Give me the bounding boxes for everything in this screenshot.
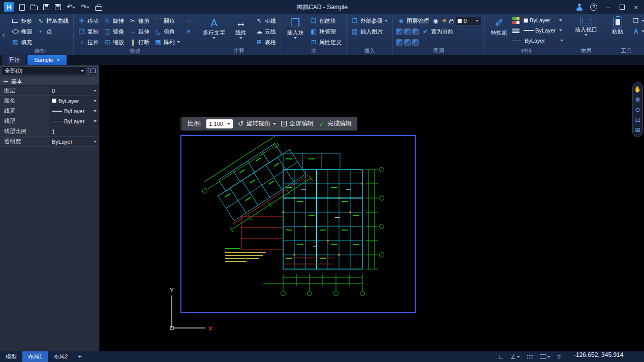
erase-button[interactable]: ▱ <box>183 16 194 26</box>
fillet-button[interactable]: ⌒圆角 <box>153 16 181 26</box>
polar-tracking-icon[interactable]: ∠ <box>510 354 520 360</box>
layer-value-dropdown[interactable]: 0 <box>49 86 99 95</box>
tab-sample[interactable]: Sample × <box>27 55 67 65</box>
zoom-window-icon[interactable]: ⊡ <box>635 117 640 123</box>
pan-icon[interactable]: ✋ <box>634 86 641 92</box>
array-button[interactable]: ▦阵列 <box>153 37 181 47</box>
block-manager-icon: ◧ <box>310 28 317 35</box>
block-manager-button[interactable]: ◧块管理 <box>309 26 343 37</box>
open-file-icon[interactable] <box>30 6 38 10</box>
linear-dimension-button[interactable]: ↔ 线性 <box>230 16 252 40</box>
insert-image-button[interactable]: ▤插入图片 <box>350 26 389 37</box>
break-button[interactable]: ∥打断 <box>128 37 151 47</box>
layer-manager-button[interactable]: ◈图层管理 <box>396 16 431 26</box>
paste-button[interactable]: 粘贴 <box>606 16 629 37</box>
caret-icon <box>641 20 644 22</box>
tab-model[interactable]: 模型 <box>0 351 22 362</box>
snap-grid-icon[interactable] <box>527 354 533 359</box>
osnap-icon[interactable]: ∟ <box>498 354 504 360</box>
linetype-scale-field[interactable]: 1 <box>49 126 99 136</box>
create-block-button[interactable]: ❏创建块 <box>309 16 343 26</box>
selection-filter-dropdown[interactable]: 全部(0) <box>2 67 87 75</box>
menu-icon[interactable]: ≡ <box>557 354 561 360</box>
insert-viewport-button[interactable]: 插入视口 <box>572 16 600 37</box>
move-button[interactable]: ✛移动 <box>77 16 100 26</box>
layout-viewport[interactable] <box>180 135 416 313</box>
fullscreen-edit-button[interactable]: 全屏编辑 <box>281 119 314 128</box>
attribute-define-button[interactable]: ⊡属性定义 <box>309 37 343 47</box>
copy-button[interactable]: ❐复制 <box>77 26 100 37</box>
leader-button[interactable]: ↖引线 <box>254 16 278 26</box>
set-current-layer-button[interactable]: ✔置为当前 <box>420 26 455 37</box>
caret-icon <box>94 120 97 122</box>
new-file-icon[interactable] <box>19 4 25 11</box>
table-button[interactable]: ⊞表格 <box>254 37 278 47</box>
trim-button[interactable]: ✂修剪 <box>128 16 151 26</box>
save-icon[interactable] <box>43 4 49 10</box>
layer-freeze-icon[interactable]: ☀ <box>441 18 448 24</box>
add-layout-button[interactable]: + <box>73 351 86 362</box>
tab-start[interactable]: 开始 <box>2 55 26 65</box>
mtext-button[interactable]: A 多行文字 <box>200 16 228 40</box>
point-button[interactable]: +点 <box>36 26 70 37</box>
section-basic[interactable]: 基本 <box>0 77 99 86</box>
scale-dropdown[interactable]: 1:100 <box>206 119 233 128</box>
rectangle-button[interactable]: 矩形 <box>10 16 34 26</box>
redo-button[interactable]: ↷ <box>81 4 89 11</box>
save-as-icon[interactable] <box>55 4 61 10</box>
match-properties-button[interactable]: ✐ 特性刷 <box>488 16 510 38</box>
zoom-out-icon[interactable]: ⊖ <box>635 107 640 113</box>
revision-cloud-button[interactable]: ☁云线 <box>254 26 278 37</box>
lineweight-value-dropdown[interactable]: ByLayer <box>49 106 99 116</box>
layer-lock-icon[interactable] <box>449 20 453 23</box>
insert-block-button[interactable]: ❒ 插入块 <box>284 16 306 40</box>
layer-tool-icon[interactable] <box>412 39 419 46</box>
current-layer-dropdown[interactable]: 0 <box>455 17 481 25</box>
quick-select-icon[interactable] <box>88 67 98 75</box>
maximize-button[interactable] <box>620 5 625 10</box>
drawing-canvas[interactable]: 比例: 1:100 ↺ 旋转视角 全屏编辑 ✓ 完成编辑 <box>100 65 644 351</box>
chamfer-button[interactable]: ◺倒角 <box>153 26 181 37</box>
transparency-value-dropdown[interactable]: ByLayer <box>49 137 99 146</box>
hatch-button[interactable]: ▨填充 <box>10 37 34 47</box>
finish-edit-button[interactable]: ✓ 完成编辑 <box>319 119 352 128</box>
find-text-button[interactable]: A <box>631 26 644 37</box>
layer-tool-icon[interactable] <box>396 28 403 35</box>
tab-layout2[interactable]: 布局2 <box>48 351 73 362</box>
help-icon[interactable]: ? <box>590 4 597 11</box>
mirror-button[interactable]: ◫镜像 <box>102 26 126 37</box>
tab-layout1[interactable]: 布局1 <box>22 351 48 362</box>
layer-tool-icon[interactable] <box>404 39 411 46</box>
lineweight-dropdown[interactable]: ByLayer <box>521 26 565 35</box>
ellipse-button[interactable]: 椭圆 <box>10 26 34 37</box>
layer-tool-icon[interactable] <box>404 28 411 35</box>
print-icon[interactable] <box>95 6 102 11</box>
rotate-button[interactable]: ↻旋转 <box>102 16 126 26</box>
linetype-dropdown[interactable]: ByLayer <box>522 37 566 45</box>
color-value-dropdown[interactable]: ByLayer <box>49 96 99 106</box>
extend-button[interactable]: →延伸 <box>128 26 151 37</box>
zoom-extents-icon[interactable]: ⊞ <box>635 127 640 133</box>
layer-tool-icon[interactable] <box>412 28 419 35</box>
close-tab-icon[interactable]: × <box>56 57 59 63</box>
app-logo-icon[interactable]: H <box>4 2 14 12</box>
stretch-button[interactable]: ↕拉伸 <box>77 37 100 47</box>
spline-button[interactable]: ∿样条曲线 <box>36 16 70 26</box>
layer-visibility-icon[interactable]: ◉ <box>432 18 439 24</box>
linetype-value-dropdown[interactable]: ByLayer <box>49 116 99 126</box>
color-dropdown[interactable]: ByLayer <box>521 16 565 25</box>
close-button[interactable]: × <box>632 4 640 11</box>
zoom-in-icon[interactable]: ⊕ <box>635 96 640 103</box>
user-account-icon[interactable] <box>576 4 583 11</box>
minimize-button[interactable]: – <box>604 4 612 11</box>
undo-button[interactable]: ↶ <box>67 4 75 11</box>
explode-button[interactable]: ✳ <box>183 26 194 37</box>
viewport-status-icon[interactable] <box>540 354 550 359</box>
layer-tool-icon[interactable] <box>396 39 403 46</box>
xref-button[interactable]: ❐外部参照 <box>350 16 389 26</box>
scale-button[interactable]: ◱缩放 <box>102 37 126 47</box>
ribbon-group-properties: ✐ 特性刷 ByLayer <box>485 14 569 55</box>
copy-clip-button[interactable]: ❐ <box>631 16 644 26</box>
collapse-ribbon-chevron[interactable]: ‹ <box>0 14 7 55</box>
rotate-view-button[interactable]: ↺ 旋转视角 <box>238 119 276 128</box>
